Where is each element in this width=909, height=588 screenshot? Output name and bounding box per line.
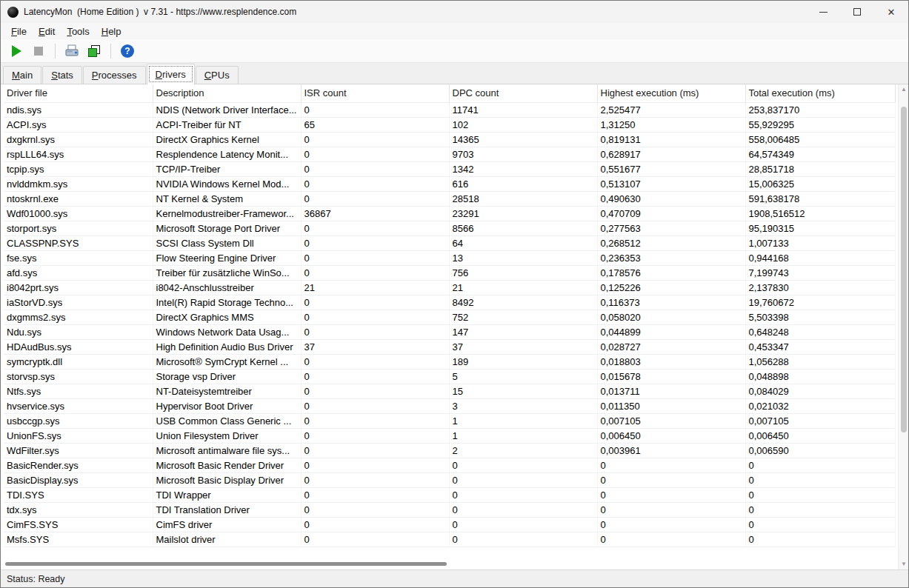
table-cell: WdFilter.sys [4, 443, 153, 458]
maximize-button[interactable] [840, 1, 874, 23]
table-row[interactable]: BasicRender.sysMicrosoft Basic Render Dr… [4, 458, 895, 472]
horizontal-scrollbar-thumb[interactable] [5, 562, 447, 566]
table-cell: 0 [301, 221, 449, 235]
vertical-scrollbar[interactable]: ▲ ▼ [898, 84, 908, 569]
table-row[interactable]: storvsp.sysStorage vsp Driver050,0156780… [4, 369, 895, 384]
stop-monitor-button[interactable] [29, 41, 48, 61]
close-button[interactable]: ✕ [874, 1, 908, 23]
help-button[interactable]: ? [118, 41, 137, 61]
table-cell: 5 [449, 369, 597, 384]
table-cell: 0 [301, 235, 449, 250]
column-header[interactable]: Highest execution (ms) [597, 84, 745, 102]
table-row[interactable]: iaStorVD.sysIntel(R) Rapid Storage Techn… [4, 295, 895, 310]
table-cell: 37 [301, 339, 449, 354]
tab-stats[interactable]: Stats [42, 66, 82, 84]
table-cell: 0 [301, 472, 449, 487]
menu-file[interactable]: File [5, 24, 33, 39]
horizontal-scrollbar[interactable] [1, 558, 898, 569]
table-cell: 0 [301, 102, 449, 117]
table-cell: 13 [449, 250, 597, 265]
table-row[interactable]: hvservice.sysHypervisor Boot Driver030,0… [4, 398, 895, 413]
table-cell: 0,028727 [597, 339, 745, 354]
table-cell: 0,819131 [597, 132, 745, 147]
table-row[interactable]: WdFilter.sysMicrosoft antimalware file s… [4, 443, 895, 458]
table-row[interactable]: rspLLL64.sysResplendence Latency Monit..… [4, 147, 895, 161]
table-cell: Union Filesystem Driver [153, 428, 301, 443]
table-cell: NT Kernel & System [153, 191, 301, 206]
table-cell: SCSI Class System Dll [153, 235, 301, 250]
column-header[interactable]: ISR count [301, 84, 449, 102]
table-cell: UnionFS.sys [4, 428, 153, 443]
table-row[interactable]: ntoskrnl.exeNT Kernel & System0285180,49… [4, 191, 895, 206]
scroll-down-icon[interactable]: ▼ [899, 559, 908, 569]
table-cell: TDI Wrapper [153, 487, 301, 502]
table-cell: DirectX Graphics Kernel [153, 132, 301, 147]
tab-processes[interactable]: Processes [83, 66, 146, 84]
table-row[interactable]: BasicDisplay.sysMicrosoft Basic Display … [4, 472, 895, 487]
tab-cpus[interactable]: CPUs [196, 66, 239, 84]
table-row[interactable]: nvlddmkm.sysNVIDIA Windows Kernel Mod...… [4, 176, 895, 191]
menu-help[interactable]: Help [96, 24, 127, 39]
table-row[interactable]: fse.sysFlow Steering Engine Driver0130,2… [4, 250, 895, 265]
copy-report-button[interactable] [84, 41, 104, 61]
table-cell: BasicDisplay.sys [4, 472, 153, 487]
table-row[interactable]: UnionFS.sysUnion Filesystem Driver010,00… [4, 428, 895, 443]
table-row[interactable]: dxgkrnl.sysDirectX Graphics Kernel014365… [4, 132, 895, 147]
table-cell: storport.sys [4, 221, 153, 235]
table-cell: Resplendence Latency Monit... [153, 147, 301, 161]
table-row[interactable]: CimFS.SYSCimFS driver0000 [4, 517, 895, 532]
table-row[interactable]: CLASSPNP.SYSSCSI Class System Dll0640,26… [4, 235, 895, 250]
minimize-button[interactable] [806, 1, 840, 23]
table-cell: i8042prt.sys [4, 280, 153, 295]
start-monitor-button[interactable] [7, 41, 26, 61]
table-row[interactable]: tcpip.sysTCP/IP-Treiber013420,55167728,8… [4, 161, 895, 176]
column-header[interactable]: Total execution (ms) [745, 84, 895, 102]
table-cell: 756 [449, 265, 597, 280]
column-header[interactable]: Driver file [4, 84, 153, 102]
table-cell: 0 [301, 502, 449, 517]
table-cell: 591,638178 [745, 191, 895, 206]
title-bar: LatencyMon (Home Edition ) v 7.31 - http… [1, 1, 908, 23]
table-row[interactable]: Msfs.SYSMailslot driver0000 [4, 532, 895, 547]
table-cell: 95,190315 [745, 221, 895, 235]
table-cell: USB Common Class Generic ... [153, 413, 301, 428]
table-row[interactable]: storport.sysMicrosoft Storage Port Drive… [4, 221, 895, 235]
tab-drivers[interactable]: Drivers [147, 64, 195, 84]
table-row[interactable]: dxgmms2.sysDirectX Graphics MMS07520,058… [4, 310, 895, 324]
tab-main[interactable]: Main [3, 66, 41, 84]
menu-edit[interactable]: Edit [33, 24, 61, 39]
table-row[interactable]: ACPI.sysACPI-Treiber für NT651021,312505… [4, 117, 895, 132]
table-cell: 64,574349 [745, 147, 895, 161]
table-row[interactable]: symcryptk.dllMicrosoft® SymCrypt Kernel … [4, 354, 895, 369]
table-cell: CimFS.SYS [4, 517, 153, 532]
table-row[interactable]: TDI.SYSTDI Wrapper0000 [4, 487, 895, 502]
table-cell: NT-Dateisystemtreiber [153, 384, 301, 398]
table-cell: 147 [449, 324, 597, 339]
print-report-button[interactable] [62, 41, 81, 61]
drivers-list: Driver fileDescriptionISR countDPC count… [1, 84, 898, 569]
table-row[interactable]: usbccgp.sysUSB Common Class Generic ...0… [4, 413, 895, 428]
table-row[interactable]: Wdf01000.sysKernelmodustreiber-Framewor.… [4, 206, 895, 221]
table-row[interactable]: afd.sysTreiber für zusätzliche WinSo...0… [4, 265, 895, 280]
table-row[interactable]: tdx.sysTDI Translation Driver0000 [4, 502, 895, 517]
vertical-scrollbar-thumb[interactable] [901, 107, 907, 432]
help-icon: ? [121, 44, 134, 58]
menu-tools[interactable]: Tools [61, 24, 95, 39]
column-header[interactable]: DPC count [449, 84, 597, 102]
table-row[interactable]: HDAudBus.sysHigh Definition Audio Bus Dr… [4, 339, 895, 354]
table-cell: Mailslot driver [153, 532, 301, 547]
table-row[interactable]: Ndu.sysWindows Network Data Usag...01470… [4, 324, 895, 339]
scroll-up-icon[interactable]: ▲ [899, 84, 908, 95]
table-cell: 0,007105 [597, 413, 745, 428]
table-row[interactable]: i8042prt.sysi8042-Anschlusstreiber21210,… [4, 280, 895, 295]
table-cell: 0,551677 [597, 161, 745, 176]
table-row[interactable]: Ntfs.sysNT-Dateisystemtreiber0150,013711… [4, 384, 895, 398]
table-cell: 19,760672 [745, 295, 895, 310]
status-bar: Status: Ready [1, 569, 908, 587]
column-header[interactable]: Description [153, 84, 301, 102]
table-cell: dxgkrnl.sys [4, 132, 153, 147]
table-cell: Msfs.SYS [4, 532, 153, 547]
table-cell: 0,044899 [597, 324, 745, 339]
table-row[interactable]: ndis.sysNDIS (Network Driver Interface..… [4, 102, 895, 117]
status-text: Status: Ready [7, 574, 65, 584]
